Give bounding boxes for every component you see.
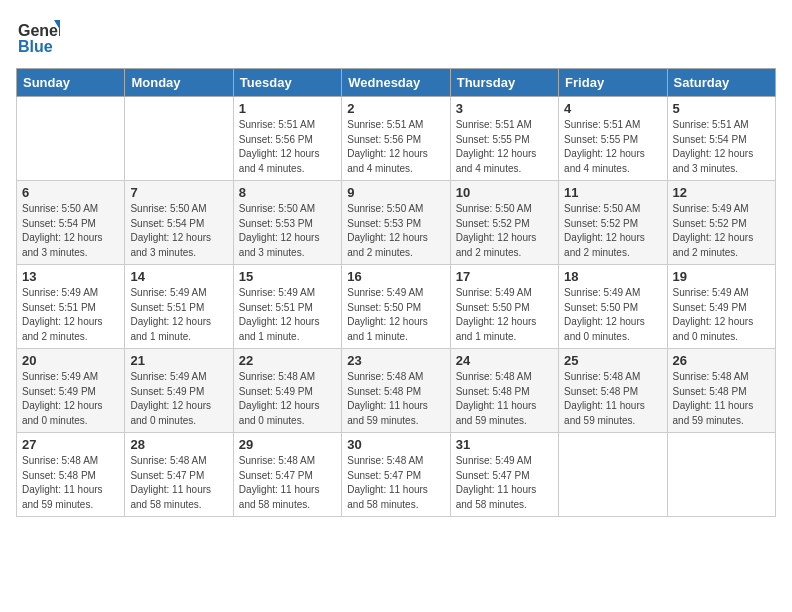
calendar-cell: 27Sunrise: 5:48 AM Sunset: 5:48 PM Dayli…: [17, 433, 125, 517]
day-info: Sunrise: 5:49 AM Sunset: 5:50 PM Dayligh…: [347, 286, 444, 344]
day-info: Sunrise: 5:49 AM Sunset: 5:47 PM Dayligh…: [456, 454, 553, 512]
day-number: 20: [22, 353, 119, 368]
col-header-thursday: Thursday: [450, 69, 558, 97]
calendar-cell: 22Sunrise: 5:48 AM Sunset: 5:49 PM Dayli…: [233, 349, 341, 433]
day-info: Sunrise: 5:51 AM Sunset: 5:55 PM Dayligh…: [564, 118, 661, 176]
day-number: 30: [347, 437, 444, 452]
day-info: Sunrise: 5:48 AM Sunset: 5:49 PM Dayligh…: [239, 370, 336, 428]
day-number: 1: [239, 101, 336, 116]
day-number: 28: [130, 437, 227, 452]
calendar-cell: [17, 97, 125, 181]
calendar-cell: 26Sunrise: 5:48 AM Sunset: 5:48 PM Dayli…: [667, 349, 775, 433]
day-number: 21: [130, 353, 227, 368]
day-info: Sunrise: 5:48 AM Sunset: 5:47 PM Dayligh…: [347, 454, 444, 512]
calendar-table: SundayMondayTuesdayWednesdayThursdayFrid…: [16, 68, 776, 517]
day-info: Sunrise: 5:49 AM Sunset: 5:52 PM Dayligh…: [673, 202, 770, 260]
day-info: Sunrise: 5:51 AM Sunset: 5:56 PM Dayligh…: [347, 118, 444, 176]
day-number: 27: [22, 437, 119, 452]
day-number: 19: [673, 269, 770, 284]
calendar-cell: 3Sunrise: 5:51 AM Sunset: 5:55 PM Daylig…: [450, 97, 558, 181]
calendar-cell: 9Sunrise: 5:50 AM Sunset: 5:53 PM Daylig…: [342, 181, 450, 265]
day-number: 9: [347, 185, 444, 200]
calendar-cell: 24Sunrise: 5:48 AM Sunset: 5:48 PM Dayli…: [450, 349, 558, 433]
day-number: 2: [347, 101, 444, 116]
col-header-tuesday: Tuesday: [233, 69, 341, 97]
day-number: 22: [239, 353, 336, 368]
day-number: 4: [564, 101, 661, 116]
calendar-cell: 7Sunrise: 5:50 AM Sunset: 5:54 PM Daylig…: [125, 181, 233, 265]
day-info: Sunrise: 5:49 AM Sunset: 5:50 PM Dayligh…: [456, 286, 553, 344]
logo-icon: General Blue: [16, 16, 60, 60]
day-number: 11: [564, 185, 661, 200]
calendar-cell: 19Sunrise: 5:49 AM Sunset: 5:49 PM Dayli…: [667, 265, 775, 349]
day-number: 8: [239, 185, 336, 200]
day-info: Sunrise: 5:50 AM Sunset: 5:52 PM Dayligh…: [456, 202, 553, 260]
day-info: Sunrise: 5:48 AM Sunset: 5:48 PM Dayligh…: [347, 370, 444, 428]
calendar-week-3: 13Sunrise: 5:49 AM Sunset: 5:51 PM Dayli…: [17, 265, 776, 349]
day-info: Sunrise: 5:49 AM Sunset: 5:51 PM Dayligh…: [239, 286, 336, 344]
day-number: 26: [673, 353, 770, 368]
day-number: 29: [239, 437, 336, 452]
day-number: 6: [22, 185, 119, 200]
day-info: Sunrise: 5:49 AM Sunset: 5:51 PM Dayligh…: [130, 286, 227, 344]
calendar-cell: 25Sunrise: 5:48 AM Sunset: 5:48 PM Dayli…: [559, 349, 667, 433]
calendar-cell: 12Sunrise: 5:49 AM Sunset: 5:52 PM Dayli…: [667, 181, 775, 265]
day-info: Sunrise: 5:51 AM Sunset: 5:55 PM Dayligh…: [456, 118, 553, 176]
day-number: 14: [130, 269, 227, 284]
calendar-cell: 6Sunrise: 5:50 AM Sunset: 5:54 PM Daylig…: [17, 181, 125, 265]
calendar-cell: 8Sunrise: 5:50 AM Sunset: 5:53 PM Daylig…: [233, 181, 341, 265]
day-info: Sunrise: 5:50 AM Sunset: 5:54 PM Dayligh…: [22, 202, 119, 260]
calendar-cell: 15Sunrise: 5:49 AM Sunset: 5:51 PM Dayli…: [233, 265, 341, 349]
calendar-week-5: 27Sunrise: 5:48 AM Sunset: 5:48 PM Dayli…: [17, 433, 776, 517]
calendar-cell: 10Sunrise: 5:50 AM Sunset: 5:52 PM Dayli…: [450, 181, 558, 265]
col-header-wednesday: Wednesday: [342, 69, 450, 97]
calendar-cell: [559, 433, 667, 517]
calendar-cell: 2Sunrise: 5:51 AM Sunset: 5:56 PM Daylig…: [342, 97, 450, 181]
day-info: Sunrise: 5:51 AM Sunset: 5:54 PM Dayligh…: [673, 118, 770, 176]
day-number: 23: [347, 353, 444, 368]
calendar-cell: 20Sunrise: 5:49 AM Sunset: 5:49 PM Dayli…: [17, 349, 125, 433]
day-info: Sunrise: 5:49 AM Sunset: 5:49 PM Dayligh…: [673, 286, 770, 344]
calendar-cell: 4Sunrise: 5:51 AM Sunset: 5:55 PM Daylig…: [559, 97, 667, 181]
calendar-cell: 13Sunrise: 5:49 AM Sunset: 5:51 PM Dayli…: [17, 265, 125, 349]
day-number: 7: [130, 185, 227, 200]
calendar-cell: 28Sunrise: 5:48 AM Sunset: 5:47 PM Dayli…: [125, 433, 233, 517]
day-number: 25: [564, 353, 661, 368]
logo: General Blue: [16, 16, 60, 60]
calendar-cell: 23Sunrise: 5:48 AM Sunset: 5:48 PM Dayli…: [342, 349, 450, 433]
col-header-saturday: Saturday: [667, 69, 775, 97]
svg-text:General: General: [18, 22, 60, 39]
day-number: 31: [456, 437, 553, 452]
calendar-cell: 14Sunrise: 5:49 AM Sunset: 5:51 PM Dayli…: [125, 265, 233, 349]
day-info: Sunrise: 5:48 AM Sunset: 5:48 PM Dayligh…: [22, 454, 119, 512]
day-info: Sunrise: 5:49 AM Sunset: 5:49 PM Dayligh…: [22, 370, 119, 428]
day-info: Sunrise: 5:50 AM Sunset: 5:53 PM Dayligh…: [239, 202, 336, 260]
day-number: 15: [239, 269, 336, 284]
day-number: 24: [456, 353, 553, 368]
col-header-friday: Friday: [559, 69, 667, 97]
day-info: Sunrise: 5:48 AM Sunset: 5:48 PM Dayligh…: [673, 370, 770, 428]
col-header-sunday: Sunday: [17, 69, 125, 97]
day-info: Sunrise: 5:49 AM Sunset: 5:51 PM Dayligh…: [22, 286, 119, 344]
day-info: Sunrise: 5:50 AM Sunset: 5:54 PM Dayligh…: [130, 202, 227, 260]
day-info: Sunrise: 5:48 AM Sunset: 5:47 PM Dayligh…: [130, 454, 227, 512]
calendar-cell: 31Sunrise: 5:49 AM Sunset: 5:47 PM Dayli…: [450, 433, 558, 517]
calendar-cell: 30Sunrise: 5:48 AM Sunset: 5:47 PM Dayli…: [342, 433, 450, 517]
calendar-cell: 17Sunrise: 5:49 AM Sunset: 5:50 PM Dayli…: [450, 265, 558, 349]
calendar-week-1: 1Sunrise: 5:51 AM Sunset: 5:56 PM Daylig…: [17, 97, 776, 181]
svg-text:Blue: Blue: [18, 38, 53, 55]
calendar-cell: 21Sunrise: 5:49 AM Sunset: 5:49 PM Dayli…: [125, 349, 233, 433]
day-number: 16: [347, 269, 444, 284]
day-info: Sunrise: 5:49 AM Sunset: 5:50 PM Dayligh…: [564, 286, 661, 344]
calendar-cell: 16Sunrise: 5:49 AM Sunset: 5:50 PM Dayli…: [342, 265, 450, 349]
day-number: 10: [456, 185, 553, 200]
calendar-cell: 5Sunrise: 5:51 AM Sunset: 5:54 PM Daylig…: [667, 97, 775, 181]
calendar-cell: [125, 97, 233, 181]
day-info: Sunrise: 5:50 AM Sunset: 5:52 PM Dayligh…: [564, 202, 661, 260]
calendar-week-2: 6Sunrise: 5:50 AM Sunset: 5:54 PM Daylig…: [17, 181, 776, 265]
page-header: General Blue: [16, 16, 776, 60]
col-header-monday: Monday: [125, 69, 233, 97]
calendar-week-4: 20Sunrise: 5:49 AM Sunset: 5:49 PM Dayli…: [17, 349, 776, 433]
day-info: Sunrise: 5:48 AM Sunset: 5:48 PM Dayligh…: [564, 370, 661, 428]
calendar-cell: 18Sunrise: 5:49 AM Sunset: 5:50 PM Dayli…: [559, 265, 667, 349]
